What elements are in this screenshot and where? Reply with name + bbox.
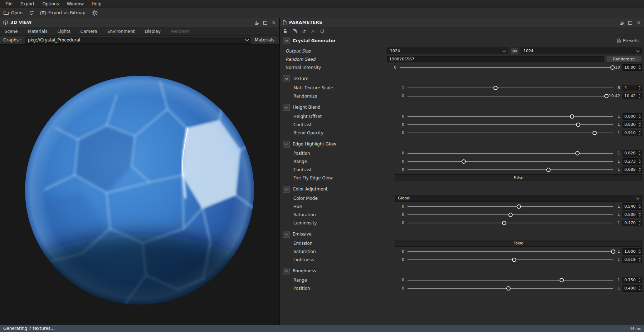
slider-handle[interactable] [462, 159, 466, 164]
menu-help[interactable]: Help [88, 1, 105, 7]
spinner-up-button[interactable] [638, 257, 641, 260]
reset-icon[interactable] [320, 29, 325, 34]
spinner-up-button[interactable] [638, 130, 641, 133]
spinner-up-button[interactable] [638, 167, 641, 170]
section-collapse-button[interactable] [283, 104, 290, 111]
slider-track[interactable] [408, 93, 606, 99]
spinner-down-button[interactable] [638, 153, 641, 156]
slider-track[interactable] [408, 212, 613, 218]
menu-options[interactable]: Options [38, 1, 63, 7]
spinner-up-button[interactable] [638, 150, 641, 153]
slider-track[interactable] [408, 257, 613, 263]
3d-viewport[interactable] [0, 45, 279, 325]
slider-track[interactable] [408, 159, 613, 164]
slider-track[interactable] [408, 249, 613, 254]
spinner-down-button[interactable] [638, 170, 641, 173]
spinner-up-button[interactable] [638, 249, 641, 252]
slider-handle[interactable] [502, 221, 506, 225]
slider-handle[interactable] [517, 204, 521, 209]
spinner-down-button[interactable] [638, 162, 641, 164]
value-box[interactable]: 0.910 [623, 130, 642, 136]
presets-button[interactable]: Presets [617, 38, 641, 43]
slider-handle[interactable] [560, 278, 564, 282]
slider-track[interactable] [408, 85, 613, 91]
slider-track[interactable] [408, 122, 613, 128]
slider-track[interactable] [408, 167, 613, 173]
menu-window[interactable]: Window [63, 1, 88, 7]
materials-button[interactable]: Materials [255, 38, 276, 43]
spinner-down-button[interactable] [638, 96, 641, 99]
slider-handle[interactable] [506, 286, 511, 291]
random-seed-input[interactable] [387, 56, 604, 62]
spinner-up-button[interactable] [638, 159, 641, 162]
spinner-down-button[interactable] [638, 133, 641, 136]
float-panel-icon[interactable] [255, 21, 259, 25]
slider-handle[interactable] [604, 94, 609, 98]
export-preset-icon[interactable] [292, 29, 297, 34]
slider-track[interactable] [400, 65, 613, 70]
spinner-up-button[interactable] [638, 212, 641, 215]
close-panel-icon[interactable]: × [636, 21, 641, 24]
slider-handle[interactable] [512, 258, 516, 262]
value-box[interactable]: 0.685 [623, 167, 642, 173]
tab-lights[interactable]: Lights [58, 29, 70, 34]
menu-file[interactable]: File [1, 1, 16, 7]
close-panel-icon[interactable]: × [272, 21, 276, 24]
section-collapse-button[interactable] [283, 186, 290, 193]
value-box[interactable]: 0.470 [623, 220, 642, 226]
slider-handle[interactable] [610, 65, 615, 70]
value-box[interactable]: 0.830 [623, 122, 642, 128]
slider-track[interactable] [408, 220, 613, 226]
value-box[interactable]: 0.273 [623, 158, 642, 165]
spinner-down-button[interactable] [638, 260, 641, 263]
tab-display[interactable]: Display [145, 29, 161, 34]
maximize-panel-icon[interactable] [628, 21, 632, 25]
slider-handle[interactable] [575, 151, 580, 155]
value-box[interactable]: 0.490 [623, 285, 642, 292]
link-size-button[interactable] [511, 48, 518, 54]
value-box[interactable]: 0.519 [623, 257, 642, 263]
spinner-down-button[interactable] [638, 223, 641, 226]
slider-track[interactable] [408, 204, 613, 209]
spinner-up-button[interactable] [638, 93, 641, 96]
output-height-dropdown[interactable]: 1024 [521, 48, 642, 54]
tab-scene[interactable]: Scene [5, 29, 18, 34]
toggle-button[interactable]: False [395, 240, 642, 247]
settings-button[interactable] [92, 10, 98, 16]
graph-select-dropdown[interactable]: pkg://Crystal_Procedural [25, 37, 251, 44]
value-box[interactable]: 10.00 [623, 64, 642, 71]
slider-track[interactable] [408, 130, 613, 136]
spinner-up-button[interactable] [638, 286, 641, 288]
spinner-down-button[interactable] [638, 68, 641, 70]
export-as-bitmap-button[interactable]: Export as Bitmap [40, 10, 85, 15]
spinner-up-button[interactable] [638, 204, 641, 207]
slider-handle[interactable] [493, 86, 498, 90]
slider-handle[interactable] [570, 114, 574, 119]
output-width-dropdown[interactable]: 1024 [387, 48, 508, 54]
section-collapse-button[interactable] [283, 268, 290, 274]
toggle-button[interactable]: False [395, 174, 642, 181]
maximize-panel-icon[interactable] [263, 21, 267, 25]
spinner-down-button[interactable] [638, 117, 641, 119]
tab-materials[interactable]: Materials [28, 29, 48, 34]
pin-icon[interactable] [311, 29, 315, 33]
slider-track[interactable] [408, 277, 613, 283]
spinner-down-button[interactable] [638, 215, 641, 218]
transfer-arrows-icon[interactable] [302, 29, 306, 34]
slider-handle[interactable] [508, 213, 513, 217]
spinner-down-button[interactable] [638, 252, 641, 254]
spinner-down-button[interactable] [638, 88, 641, 91]
section-collapse-button[interactable] [283, 75, 290, 82]
menu-export[interactable]: Export [16, 1, 38, 7]
section-collapse-button[interactable] [283, 141, 290, 148]
dropdown[interactable]: Global [395, 195, 642, 202]
spinner-down-button[interactable] [638, 125, 641, 128]
tab-camera[interactable]: Camera [80, 29, 97, 34]
slider-handle[interactable] [592, 131, 597, 135]
value-box[interactable]: 0.750 [623, 277, 642, 283]
value-box[interactable]: 10.42 [623, 93, 642, 99]
spinner-up-button[interactable] [638, 85, 641, 88]
spinner-up-button[interactable] [638, 220, 641, 223]
open-button[interactable]: Open [4, 10, 23, 15]
value-box[interactable]: 1.000 [623, 248, 642, 255]
